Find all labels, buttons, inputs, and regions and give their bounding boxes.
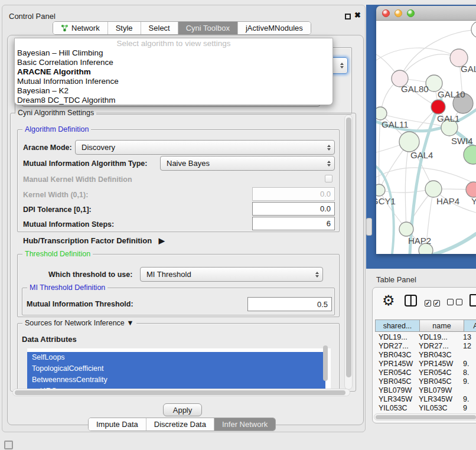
- hub-definition-expander[interactable]: Hub/Transcription Factor Definition ▶: [23, 236, 165, 245]
- table-cell: 13: [463, 333, 476, 341]
- table-cell: YBR043C: [374, 351, 416, 359]
- algorithm-option[interactable]: Bayesian – K2: [15, 86, 332, 96]
- mi-steps-field[interactable]: 6: [252, 217, 335, 230]
- tab-jactivemnodules[interactable]: jActiveMNodules: [238, 22, 311, 34]
- network-node-y[interactable]: [466, 182, 476, 197]
- tab-cyni-toolbox[interactable]: Cyni Toolbox: [178, 22, 238, 34]
- network-window: GALGAL80GAL10GAL1GAL11SWI4GAL4GCY1HAP4YH…: [376, 6, 476, 254]
- network-edge[interactable]: [405, 142, 409, 229]
- tab-label: jActiveMNodules: [246, 24, 303, 32]
- deselect-all-checks-icon[interactable]: [447, 297, 465, 308]
- table-column-header[interactable]: A: [464, 319, 476, 332]
- kernel-width-value: 0.0: [320, 190, 331, 198]
- tab-infer-network[interactable]: Infer Network: [214, 418, 275, 431]
- mi-type-combo[interactable]: Naive Bayes: [160, 156, 335, 171]
- mi-type-value: Naive Bayes: [167, 159, 210, 168]
- table-row[interactable]: YLR345WYLR345W9.: [374, 394, 476, 403]
- network-node-hap2[interactable]: [399, 222, 413, 236]
- algorithm-option[interactable]: ARACNE Algorithm: [15, 67, 332, 77]
- manual-kernel-checkbox[interactable]: [325, 175, 332, 182]
- tab-impute-data[interactable]: Impute Data: [89, 418, 146, 431]
- combo-spinner-icon: [327, 161, 331, 167]
- node-label: GAL11: [382, 119, 409, 129]
- network-node-gal11[interactable]: [376, 107, 387, 120]
- hub-definition-label: Hub/Transcription Factor Definition: [23, 236, 152, 245]
- network-canvas[interactable]: GALGAL80GAL10GAL1GAL11SWI4GAL4GCY1HAP4YH…: [376, 21, 476, 254]
- node-label: HAP2: [408, 236, 431, 246]
- table-rows: YDL19...YDL19...13YDR27...YDR27...12YBR0…: [374, 332, 476, 410]
- minimized-panel-icon[interactable]: [4, 441, 13, 449]
- algorithm-option[interactable]: Bayesian – Hill Climbing: [15, 48, 332, 58]
- select-all-checks-icon[interactable]: ✓✓: [425, 297, 442, 308]
- algorithm-option[interactable]: Mutual Information Inference: [15, 77, 332, 86]
- table-row[interactable]: YDR27...YDR27...12: [374, 341, 476, 350]
- table-row[interactable]: YBR045CYBR045C9.: [374, 377, 476, 386]
- tab-label: Select: [149, 24, 170, 32]
- float-window-icon[interactable]: [345, 14, 351, 19]
- table-cell: YDL19...: [416, 333, 463, 341]
- table-column-header[interactable]: shared...: [375, 319, 420, 332]
- which-threshold-value: MI Threshold: [146, 270, 191, 279]
- node-label: Y: [471, 196, 476, 206]
- close-icon[interactable]: ✖: [354, 11, 361, 19]
- table-column-header[interactable]: name: [420, 319, 464, 332]
- new-table-doc-icon[interactable]: [470, 294, 476, 306]
- data-attribute-item[interactable]: BetweennessCentrality: [27, 374, 325, 386]
- table-cell: YLR345W: [374, 395, 416, 403]
- mi-threshold-field[interactable]: 0.5: [247, 297, 332, 311]
- table-settings-gear-icon[interactable]: ⚙: [382, 292, 395, 309]
- table-cell: YBL079W: [374, 386, 416, 394]
- table-cell: YER054C: [374, 369, 416, 377]
- table-cell: YLR345W: [416, 395, 463, 403]
- network-node-gal4[interactable]: [399, 132, 419, 152]
- mi-threshold-group-title: MI Threshold Definition: [27, 283, 107, 292]
- table-row[interactable]: YIL053CYIL053C9: [374, 403, 476, 410]
- tab-select[interactable]: Select: [141, 22, 178, 34]
- table-cell: YPR145W: [416, 360, 463, 368]
- tab-network[interactable]: Network: [53, 22, 108, 34]
- network-node[interactable]: [471, 21, 476, 38]
- table-row[interactable]: YBR043CYBR043C: [374, 350, 476, 359]
- combo-spinner-icon: [315, 272, 319, 278]
- aracne-mode-value: Discovery: [81, 143, 115, 152]
- zoom-traffic-light-icon[interactable]: [407, 9, 415, 17]
- settings-horizontal-scrollbar[interactable]: [12, 389, 350, 396]
- tab-discretize-data[interactable]: Discretize Data: [146, 418, 214, 431]
- network-node[interactable]: [464, 145, 476, 164]
- table-cell: YBR043C: [416, 351, 463, 359]
- algorithm-option[interactable]: Basic Correlation Inference: [15, 58, 332, 67]
- sources-group-title[interactable]: Sources for Network Inference ▼: [22, 319, 136, 327]
- table-horizontal-scrollbar[interactable]: [374, 413, 476, 420]
- network-edge[interactable]: [376, 168, 476, 184]
- node-label: GAL4: [410, 150, 433, 160]
- apply-button[interactable]: Apply: [163, 403, 202, 416]
- kernel-width-field[interactable]: 0.0: [252, 187, 335, 201]
- which-threshold-combo[interactable]: MI Threshold: [140, 267, 323, 282]
- algorithm-option[interactable]: Dream8 DC_TDC Algorithm: [15, 96, 332, 105]
- table-row[interactable]: YDL19...YDL19...13: [374, 332, 476, 341]
- dpi-tolerance-field[interactable]: 0.0: [252, 202, 335, 216]
- data-attribute-item[interactable]: TopologicalCoefficient: [27, 363, 325, 374]
- minimize-traffic-light-icon[interactable]: [395, 9, 402, 17]
- tab-label: Infer Network: [222, 420, 268, 429]
- tab-style[interactable]: Style: [108, 22, 141, 34]
- network-node-gcy1[interactable]: [376, 184, 385, 196]
- table-cell: 9.: [463, 360, 476, 368]
- table-cell: 12: [463, 342, 476, 350]
- network-window-titlebar[interactable]: [376, 6, 476, 21]
- settings-vertical-scrollbar[interactable]: [344, 115, 353, 390]
- network-node-gal1[interactable]: [431, 100, 445, 114]
- mi-threshold-label: Mutual Information Threshold:: [27, 300, 133, 308]
- aracne-mode-combo[interactable]: Discovery: [75, 140, 335, 155]
- column-layout-icon[interactable]: [405, 295, 417, 306]
- close-traffic-light-icon[interactable]: [382, 9, 390, 17]
- table-row[interactable]: YER054CYER054C8.: [374, 368, 476, 377]
- attribute-list-scrollbar[interactable]: [323, 345, 328, 381]
- network-node-hap4[interactable]: [425, 181, 442, 197]
- mi-steps-value: 6: [327, 219, 331, 228]
- dpi-tolerance-value: 0.0: [320, 204, 331, 213]
- table-row[interactable]: YBL079WYBL079W: [374, 386, 476, 394]
- table-row[interactable]: YPR145WYPR145W9.: [374, 359, 476, 368]
- panel-splitter-handle[interactable]: [366, 218, 372, 236]
- data-attribute-item[interactable]: SelfLoops: [27, 352, 325, 363]
